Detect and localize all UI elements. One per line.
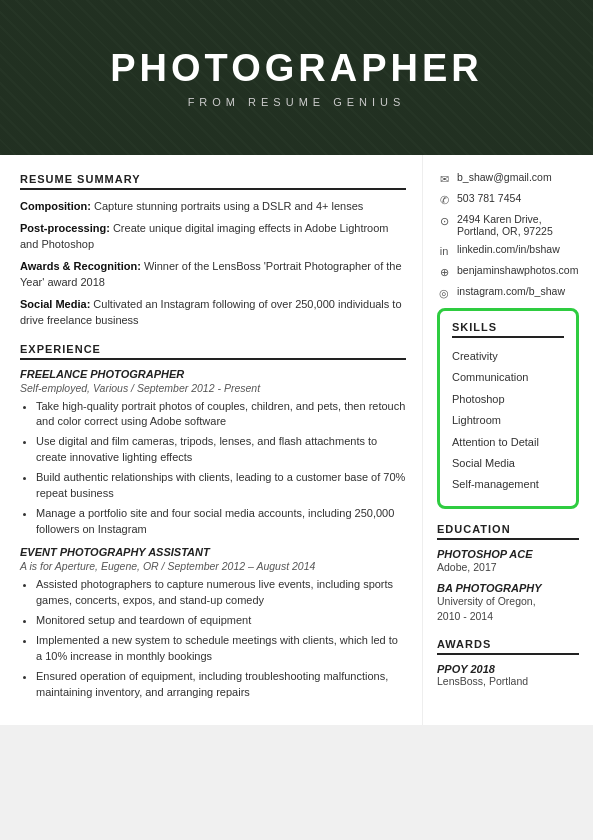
edu-2-school: University of Oregon, 2010 - 2014 bbox=[437, 594, 579, 623]
list-item: Monitored setup and teardown of equipmen… bbox=[36, 613, 406, 629]
email-text: b_shaw@gmail.com bbox=[457, 171, 552, 183]
location-icon: ⊙ bbox=[437, 214, 451, 228]
skill-self-management: Self-management bbox=[452, 474, 564, 495]
award-1: PPOY 2018 LensBoss, Portland bbox=[437, 663, 579, 687]
edu-2: BA PHOTOGRAPHY University of Oregon, 201… bbox=[437, 582, 579, 623]
edu-1-degree: PHOTOSHOP ACE bbox=[437, 548, 579, 560]
job-1-bullets: Take high-quality portrait photos of cou… bbox=[20, 399, 406, 539]
experience-title: EXPERIENCE bbox=[20, 343, 406, 360]
phone-text: 503 781 7454 bbox=[457, 192, 521, 204]
job-2-meta: A is for Aperture, Eugene, OR / Septembe… bbox=[20, 560, 406, 572]
summary-item-3: Awards & Recognition: Winner of the Lens… bbox=[20, 258, 406, 291]
awards-title: AWARDS bbox=[437, 638, 579, 655]
right-column: ✉ b_shaw@gmail.com ✆ 503 781 7454 ⊙ 2494… bbox=[423, 155, 593, 725]
contact-linkedin: in linkedin.com/in/bshaw bbox=[437, 243, 579, 258]
header-title: PHOTOGRAPHER bbox=[110, 47, 482, 90]
summary-title: RESUME SUMMARY bbox=[20, 173, 406, 190]
award-1-name: PPOY 2018 bbox=[437, 663, 579, 675]
list-item: Manage a portfolio site and four social … bbox=[36, 506, 406, 538]
website-icon: ⊕ bbox=[437, 265, 451, 279]
contact-website: ⊕ benjaminshawphotos.com bbox=[437, 264, 579, 279]
skill-social-media: Social Media bbox=[452, 453, 564, 474]
list-item: Implemented a new system to schedule mee… bbox=[36, 633, 406, 665]
edu-1-school: Adobe, 2017 bbox=[437, 560, 579, 575]
education-title: EDUCATION bbox=[437, 523, 579, 540]
list-item: Take high-quality portrait photos of cou… bbox=[36, 399, 406, 431]
summary-item-1: Composition: Capture stunning portraits … bbox=[20, 198, 406, 215]
summary-label-2: Post-processing: bbox=[20, 222, 110, 234]
contact-address: ⊙ 2494 Karen Drive, Portland, OR, 97225 bbox=[437, 213, 579, 237]
skills-box: SKILLS Creativity Communication Photosho… bbox=[437, 308, 579, 509]
summary-section: Composition: Capture stunning portraits … bbox=[20, 198, 406, 329]
header-content: PHOTOGRAPHER FROM RESUME GENIUS bbox=[110, 47, 482, 108]
job-1-meta: Self-employed, Various / September 2012 … bbox=[20, 382, 406, 394]
job-2-title: EVENT PHOTOGRAPHY ASSISTANT bbox=[20, 546, 406, 558]
job-1: FREELANCE PHOTOGRAPHER Self-employed, Va… bbox=[20, 368, 406, 539]
linkedin-text: linkedin.com/in/bshaw bbox=[457, 243, 560, 255]
summary-text-1: Capture stunning portraits using a DSLR … bbox=[94, 200, 363, 212]
summary-item-2: Post-processing: Create unique digital i… bbox=[20, 220, 406, 253]
skill-attention: Attention to Detail bbox=[452, 432, 564, 453]
website-text: benjaminshawphotos.com bbox=[457, 264, 578, 276]
skill-lightroom: Lightroom bbox=[452, 410, 564, 431]
summary-label-4: Social Media: bbox=[20, 298, 90, 310]
skill-communication: Communication bbox=[452, 367, 564, 388]
summary-item-4: Social Media: Cultivated an Instagram fo… bbox=[20, 296, 406, 329]
phone-icon: ✆ bbox=[437, 193, 451, 207]
list-item: Ensured operation of equipment, includin… bbox=[36, 669, 406, 701]
main-content: RESUME SUMMARY Composition: Capture stun… bbox=[0, 155, 593, 725]
left-column: RESUME SUMMARY Composition: Capture stun… bbox=[0, 155, 423, 725]
resume-page: PHOTOGRAPHER FROM RESUME GENIUS RESUME S… bbox=[0, 0, 593, 725]
skill-creativity: Creativity bbox=[452, 346, 564, 367]
address-text: 2494 Karen Drive, Portland, OR, 97225 bbox=[457, 213, 553, 237]
award-1-detail: LensBoss, Portland bbox=[437, 675, 579, 687]
linkedin-icon: in bbox=[437, 244, 451, 258]
summary-label-1: Composition: bbox=[20, 200, 91, 212]
skills-title: SKILLS bbox=[452, 321, 564, 338]
contact-phone: ✆ 503 781 7454 bbox=[437, 192, 579, 207]
summary-label-3: Awards & Recognition: bbox=[20, 260, 141, 272]
edu-2-degree: BA PHOTOGRAPHY bbox=[437, 582, 579, 594]
contact-email: ✉ b_shaw@gmail.com bbox=[437, 171, 579, 186]
email-icon: ✉ bbox=[437, 172, 451, 186]
job-1-title: FREELANCE PHOTOGRAPHER bbox=[20, 368, 406, 380]
list-item: Build authentic relationships with clien… bbox=[36, 470, 406, 502]
list-item: Use digital and film cameras, tripods, l… bbox=[36, 434, 406, 466]
job-2-bullets: Assisted photographers to capture numero… bbox=[20, 577, 406, 701]
instagram-icon: ◎ bbox=[437, 286, 451, 300]
header-subtitle: FROM RESUME GENIUS bbox=[110, 96, 482, 108]
contact-section: ✉ b_shaw@gmail.com ✆ 503 781 7454 ⊙ 2494… bbox=[437, 171, 579, 300]
list-item: Assisted photographers to capture numero… bbox=[36, 577, 406, 609]
instagram-text: instagram.com/b_shaw bbox=[457, 285, 565, 297]
edu-1: PHOTOSHOP ACE Adobe, 2017 bbox=[437, 548, 579, 575]
skill-photoshop: Photoshop bbox=[452, 389, 564, 410]
contact-instagram: ◎ instagram.com/b_shaw bbox=[437, 285, 579, 300]
job-2: EVENT PHOTOGRAPHY ASSISTANT A is for Ape… bbox=[20, 546, 406, 701]
header: PHOTOGRAPHER FROM RESUME GENIUS bbox=[0, 0, 593, 155]
